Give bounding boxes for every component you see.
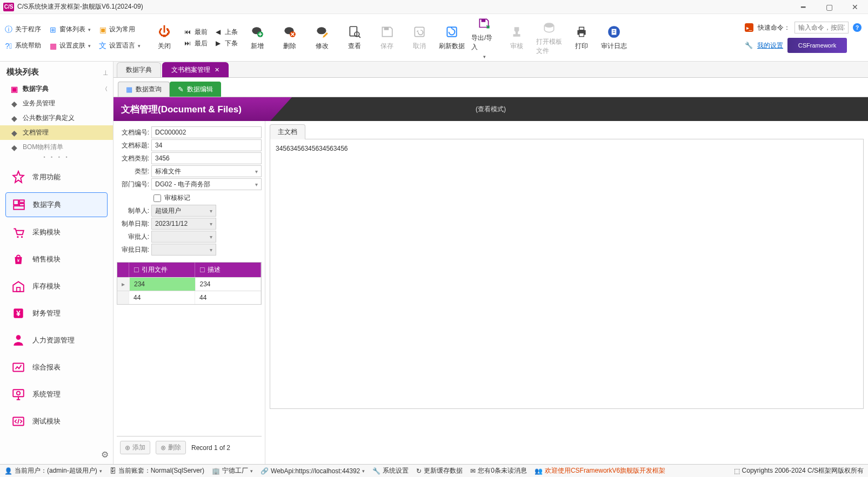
open-template-tool: 打开模板文件 bbox=[536, 20, 562, 56]
help-button[interactable]: ?⃝系统帮助 bbox=[4, 39, 41, 52]
status-webapi[interactable]: 🔗WebApi:https://localhost:44392▾ bbox=[261, 467, 365, 475]
pin-icon[interactable]: ⟂ bbox=[103, 68, 108, 77]
gear-icon[interactable]: ⚙ bbox=[101, 450, 109, 459]
user-icon: ◆ bbox=[10, 99, 18, 108]
tab-doc-archive[interactable]: 文书档案管理✕ bbox=[162, 62, 229, 77]
status-factory[interactable]: 🏢宁德工厂▾ bbox=[212, 466, 253, 475]
tree-root[interactable]: ▣数据字典 bbox=[0, 82, 113, 96]
tree-item[interactable]: ◆业务员管理 bbox=[0, 96, 113, 111]
edit-tool[interactable]: 修改 bbox=[309, 24, 335, 51]
audit-log-tool[interactable]: 审计日志 bbox=[601, 24, 627, 51]
status-refresh-cache[interactable]: ↻更新缓存数据 bbox=[416, 466, 463, 475]
separator: • • • • bbox=[0, 154, 113, 160]
doc-no-field[interactable]: DC000002 bbox=[151, 126, 262, 138]
nav-common[interactable]: 常用功能 bbox=[5, 165, 108, 189]
nav-purchase[interactable]: 采购模块 bbox=[5, 220, 108, 244]
svg-rect-14 bbox=[579, 33, 584, 36]
nav-dict[interactable]: 数据字典 bbox=[5, 192, 108, 217]
tree-item[interactable]: ◆BOM物料清单 bbox=[0, 140, 113, 154]
delete-tool[interactable]: 删除 bbox=[277, 24, 303, 51]
grid-delete-button[interactable]: ⊗删除 bbox=[156, 441, 186, 454]
dept-label: 部门编号: bbox=[117, 180, 151, 189]
subtab-query[interactable]: ▦数据查询 bbox=[118, 82, 170, 97]
status-settings[interactable]: 🔧系统设置 bbox=[372, 466, 409, 475]
status-account[interactable]: 🗄当前账套：Normal(SqlServer) bbox=[110, 466, 204, 475]
svg-point-22 bbox=[21, 236, 23, 238]
print-tool[interactable]: 打印 bbox=[569, 24, 595, 51]
refresh-tool[interactable]: 刷新数据 bbox=[439, 24, 465, 51]
star-icon bbox=[11, 170, 26, 185]
chevron-down-icon: ▾ bbox=[210, 234, 212, 240]
skin-button[interactable]: ▦设置皮肤▾ bbox=[49, 39, 91, 52]
nav-test[interactable]: 测试模块 bbox=[5, 409, 108, 433]
people-icon: 👥 bbox=[535, 467, 543, 475]
right-tab-main[interactable]: 主文档 bbox=[270, 124, 305, 139]
next-record-button[interactable]: ▶下条 bbox=[214, 39, 238, 48]
wrench-icon: 🔧 bbox=[372, 467, 380, 475]
doc-category-field[interactable]: 3456 bbox=[151, 152, 262, 164]
save-tool: 保存 bbox=[374, 24, 400, 51]
table-row[interactable]: 44 44 bbox=[117, 291, 261, 304]
nav-finance[interactable]: ¥财务管理 bbox=[5, 301, 108, 325]
nav-report[interactable]: 综合报表 bbox=[5, 355, 108, 379]
subtab-edit[interactable]: ✎数据编辑 bbox=[170, 82, 221, 97]
add-tool[interactable]: 新增 bbox=[244, 24, 270, 51]
close-window-button[interactable]: ✕ bbox=[850, 2, 860, 12]
help-icon: ?⃝ bbox=[4, 42, 13, 50]
view-tool[interactable]: 查看 bbox=[342, 24, 368, 51]
close-tool[interactable]: ⏻关闭 bbox=[151, 24, 177, 51]
minimize-button[interactable]: ━ bbox=[798, 2, 809, 12]
doc-no-label: 文档编号: bbox=[117, 128, 151, 137]
user-icon: 👤 bbox=[4, 467, 12, 475]
grid-col-desc[interactable]: ☐描述 bbox=[195, 263, 261, 277]
approve-checkbox[interactable] bbox=[153, 194, 161, 202]
edit-icon: ✎ bbox=[178, 85, 184, 93]
dept-select[interactable]: DG02 - 电子商务部▾ bbox=[151, 178, 262, 190]
svg-rect-10 bbox=[482, 19, 486, 22]
doc-type-select[interactable]: 标准文件▾ bbox=[151, 165, 262, 177]
set-common-button[interactable]: ▣设为常用 bbox=[98, 23, 135, 36]
tree-item[interactable]: ◆文档管理 bbox=[0, 125, 113, 140]
export-tool[interactable]: 导出/导入▾ bbox=[471, 16, 497, 59]
chevron-down-icon: ▾ bbox=[138, 43, 141, 49]
undo-icon bbox=[412, 24, 427, 39]
monitor-icon bbox=[11, 387, 26, 402]
info-icon[interactable]: ? bbox=[853, 23, 862, 32]
delete-icon bbox=[282, 24, 297, 39]
status-copyright: ⬚Copyrights 2006-2024 C/S框架网版权所有 bbox=[734, 466, 864, 475]
first-record-button[interactable]: ⏮最前 bbox=[184, 28, 208, 37]
svg-point-30 bbox=[17, 392, 21, 395]
prev-record-button[interactable]: ◀上条 bbox=[214, 28, 238, 37]
quick-cmd-input[interactable] bbox=[794, 22, 849, 33]
report-icon bbox=[11, 360, 26, 375]
info-icon: ⓘ bbox=[4, 25, 13, 34]
stamp-icon bbox=[509, 24, 524, 39]
chevron-down-icon: ▾ bbox=[483, 54, 486, 59]
save-icon bbox=[379, 24, 395, 39]
tab-dict[interactable]: 数据字典 bbox=[117, 62, 161, 77]
table-row[interactable]: ▸ 234 234 bbox=[117, 277, 261, 291]
status-unread[interactable]: ✉您有0条未读消息 bbox=[470, 466, 527, 475]
nav-inventory[interactable]: 库存模块 bbox=[5, 274, 108, 298]
status-user[interactable]: 👤当前用户：(admin-超级用户)▾ bbox=[4, 466, 102, 475]
grid-col-ref[interactable]: ☐引用文件 bbox=[129, 263, 195, 277]
last-record-button[interactable]: ⏭最后 bbox=[184, 39, 208, 48]
palette-icon: ▦ bbox=[49, 42, 57, 50]
close-icon[interactable]: ✕ bbox=[215, 66, 219, 73]
my-settings-link[interactable]: 我的设置 bbox=[757, 41, 783, 50]
maximize-button[interactable]: ▢ bbox=[824, 2, 834, 12]
nav-system[interactable]: 系统管理 bbox=[5, 382, 108, 406]
doc-title-field[interactable]: 34 bbox=[151, 139, 262, 151]
refresh-icon: ↻ bbox=[416, 467, 422, 475]
language-button[interactable]: 文设置语言▾ bbox=[98, 39, 141, 52]
edit-icon bbox=[315, 24, 330, 39]
nav-hr[interactable]: 人力资源管理 bbox=[5, 328, 108, 352]
grid-add-button[interactable]: ⊕添加 bbox=[120, 441, 150, 454]
about-button[interactable]: ⓘ关于程序 bbox=[4, 23, 41, 36]
tree-item[interactable]: ◆公共数据字典定义 bbox=[0, 111, 113, 125]
windows-icon: ⊞ bbox=[49, 25, 57, 34]
nav-sales[interactable]: ¥销售模块 bbox=[5, 247, 108, 271]
page-title: 文档管理(Document & Files) bbox=[113, 103, 242, 116]
approve-tool: 审核 bbox=[504, 24, 530, 51]
window-list-button[interactable]: ⊞窗体列表▾ bbox=[49, 23, 91, 36]
